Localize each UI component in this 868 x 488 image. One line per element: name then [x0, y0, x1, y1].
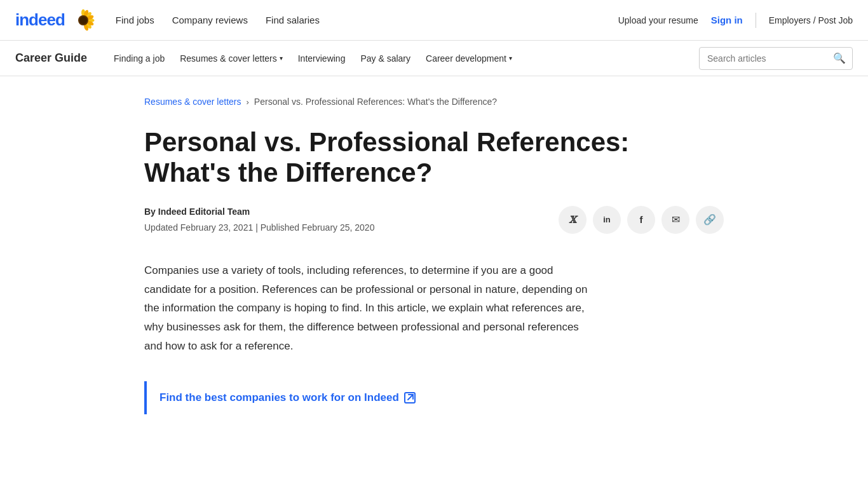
company-reviews-link[interactable]: Company reviews — [172, 15, 248, 25]
callout-link[interactable]: Find the best companies to work for on I… — [159, 391, 416, 404]
pay-salary-link[interactable]: Pay & salary — [354, 53, 417, 64]
search-area: 🔍 — [699, 47, 853, 70]
resumes-link[interactable]: Resumes & cover letters ▾ — [173, 53, 289, 64]
link-icon: 🔗 — [703, 214, 716, 226]
breadcrumb: Resumes & cover letters › Personal vs. P… — [144, 97, 724, 107]
find-salaries-link[interactable]: Find salaries — [266, 15, 320, 25]
article-title: Personal vs. Professional References: Wh… — [144, 127, 653, 189]
indeed-logo[interactable]: indeed — [15, 10, 65, 30]
copy-link-button[interactable]: 🔗 — [696, 206, 724, 234]
breadcrumb-separator: › — [247, 97, 249, 107]
breadcrumb-parent-link[interactable]: Resumes & cover letters — [144, 97, 241, 107]
share-linkedin-button[interactable]: in — [593, 206, 621, 234]
career-dev-link[interactable]: Career development ▾ — [419, 53, 519, 64]
meta-share-row: By Indeed Editorial Team Updated Februar… — [144, 204, 724, 236]
career-guide-title: Career Guide — [15, 51, 87, 65]
upload-resume-link[interactable]: Upload your resume — [618, 15, 698, 25]
external-link-icon — [404, 392, 416, 403]
article-intro: Companies use a variety of tools, includ… — [144, 261, 589, 356]
main-content: Resumes & cover letters › Personal vs. P… — [129, 76, 739, 455]
sunflower-icon — [71, 8, 95, 32]
svg-line-11 — [408, 395, 413, 400]
logo-area: indeed — [15, 8, 95, 32]
facebook-icon: f — [640, 214, 643, 225]
interviewing-link[interactable]: Interviewing — [292, 53, 352, 64]
email-icon: ✉ — [672, 214, 680, 226]
callout-box: Find the best companies to work for on I… — [144, 381, 724, 414]
share-email-button[interactable]: ✉ — [661, 206, 689, 234]
resumes-chevron-icon: ▾ — [280, 55, 283, 62]
search-icon: 🔍 — [833, 53, 846, 64]
find-jobs-link[interactable]: Find jobs — [116, 15, 154, 25]
author-line: By Indeed Editorial Team — [144, 204, 374, 220]
breadcrumb-current: Personal vs. Professional References: Wh… — [254, 97, 497, 107]
updated-date: Updated February 23, 2021 — [144, 222, 253, 233]
secondary-nav: Career Guide Finding a job Resumes & cov… — [0, 41, 868, 76]
top-nav: indeed Find jobs Company reviews Find sa… — [0, 0, 868, 41]
twitter-icon: 𝕏 — [569, 214, 576, 226]
career-dev-chevron-icon: ▾ — [509, 55, 512, 62]
search-input[interactable] — [700, 53, 827, 64]
dates-line: Updated February 23, 2021 | Published Fe… — [144, 220, 374, 236]
author-label: By Indeed Editorial Team — [144, 207, 250, 217]
callout-text: Find the best companies to work for on I… — [159, 391, 399, 404]
top-nav-links: Find jobs Company reviews Find salaries — [116, 15, 618, 25]
share-facebook-button[interactable]: f — [627, 206, 655, 234]
finding-job-link[interactable]: Finding a job — [107, 53, 171, 64]
top-nav-right: Upload your resume Sign in Employers / P… — [618, 13, 853, 28]
sign-in-button[interactable]: Sign in — [711, 15, 743, 25]
svg-point-9 — [79, 17, 87, 24]
date-separator: | — [255, 222, 261, 233]
published-date: Published February 25, 2020 — [261, 222, 375, 233]
share-twitter-button[interactable]: 𝕏 — [559, 206, 587, 234]
share-buttons: 𝕏 in f ✉ 🔗 — [559, 206, 724, 234]
linkedin-icon: in — [603, 215, 611, 224]
employers-link[interactable]: Employers / Post Job — [769, 15, 853, 25]
search-button[interactable]: 🔍 — [827, 52, 852, 64]
nav-divider — [756, 13, 756, 28]
sec-nav-links: Finding a job Resumes & cover letters ▾ … — [107, 53, 699, 64]
meta-info: By Indeed Editorial Team Updated Februar… — [144, 204, 374, 236]
